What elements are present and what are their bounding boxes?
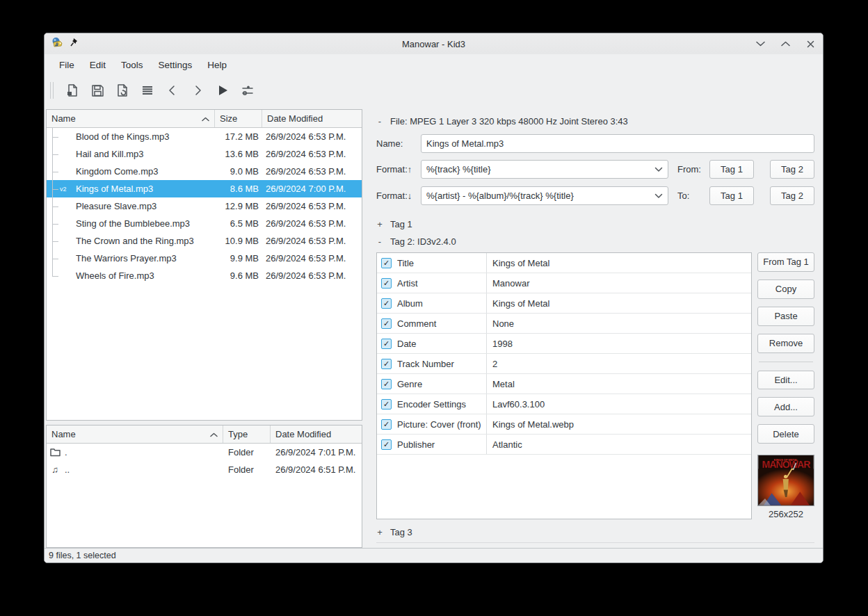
- format-up-label: Format:↑: [376, 164, 421, 175]
- frame-row: Publisher Atlantic: [377, 435, 751, 455]
- play-icon[interactable]: [212, 80, 233, 101]
- format-from-combobox[interactable]: %{track} %{title}: [421, 160, 668, 179]
- field-checkbox[interactable]: [381, 298, 392, 309]
- folder-row[interactable]: ♫ .. Folder 26/9/2024 6:51 P.M.: [47, 461, 362, 478]
- frame-value[interactable]: Metal: [487, 374, 751, 394]
- horizontal-splitter[interactable]: [362, 105, 368, 548]
- file-list: Name Size Date Modified Blood of the Kin…: [46, 109, 362, 421]
- field-checkbox[interactable]: [381, 339, 392, 349]
- field-checkbox[interactable]: [381, 399, 392, 410]
- frame-value[interactable]: Kings of Metal: [487, 293, 751, 313]
- filename-row: Name:: [376, 134, 814, 153]
- filename-input[interactable]: [421, 134, 814, 153]
- to-tag1-button[interactable]: Tag 1: [709, 186, 754, 205]
- frame-row: Comment None: [377, 314, 751, 334]
- tag1-section-header[interactable]: + Tag 1: [376, 216, 814, 233]
- sort-ascending-icon: [202, 113, 209, 124]
- frame-value[interactable]: Lavf60.3.100: [487, 394, 751, 414]
- column-header-size[interactable]: Size: [215, 110, 262, 127]
- main-area: Name Size Date Modified Blood of the Kin…: [45, 105, 823, 548]
- folder-row[interactable]: . Folder 26/9/2024 7:01 P.M.: [47, 444, 362, 461]
- field-checkbox[interactable]: [381, 439, 392, 450]
- frame-name: Album: [397, 298, 423, 309]
- copy-button[interactable]: Copy: [757, 279, 814, 299]
- column-header-name[interactable]: Name: [47, 425, 223, 443]
- from-tag2-button[interactable]: Tag 2: [770, 160, 814, 179]
- window-title: Manowar - Kid3: [45, 39, 823, 49]
- column-header-date[interactable]: Date Modified: [271, 425, 362, 443]
- frame-name: Title: [397, 258, 414, 268]
- menu-help[interactable]: Help: [201, 57, 233, 73]
- menu-edit[interactable]: Edit: [83, 57, 112, 73]
- remove-button[interactable]: Remove: [757, 334, 814, 353]
- file-row[interactable]: The Warriors Prayer.mp3 9.9 MB 26/9/2024…: [47, 250, 362, 267]
- menu-settings[interactable]: Settings: [152, 57, 199, 73]
- field-checkbox[interactable]: [381, 278, 392, 289]
- delete-button[interactable]: Delete: [757, 424, 814, 444]
- file-row[interactable]: Pleasure Slave.mp3 12.9 MB 26/9/2024 6:5…: [47, 197, 362, 215]
- previous-file-icon[interactable]: [162, 80, 183, 101]
- expand-indicator: +: [376, 527, 383, 537]
- revert-icon[interactable]: [112, 80, 133, 101]
- add-button[interactable]: Add...: [757, 397, 814, 416]
- column-header-name[interactable]: Name: [47, 110, 215, 127]
- paste-button[interactable]: Paste: [757, 307, 814, 326]
- tag2-section-header[interactable]: - Tag 2: ID3v2.4.0: [376, 233, 814, 250]
- field-checkbox[interactable]: [381, 258, 392, 268]
- field-checkbox[interactable]: [381, 318, 392, 329]
- folder-list-header: Name Type Date Modified: [47, 425, 362, 444]
- file-row-selected[interactable]: v2 Kings of Metal.mp3 8.6 MB 26/9/2024 7…: [47, 180, 362, 197]
- frame-value[interactable]: Atlantic: [487, 435, 751, 454]
- file-info-section-header[interactable]: - File: MPEG 1 Layer 3 320 kbps 48000 Hz…: [376, 113, 814, 129]
- frame-name: Publisher: [397, 439, 435, 450]
- from-tag1-button[interactable]: Tag 1: [709, 160, 754, 179]
- tag-details-pane: - File: MPEG 1 Layer 3 320 kbps 48000 Hz…: [368, 105, 823, 548]
- open-icon[interactable]: [62, 80, 83, 101]
- column-header-type[interactable]: Type: [223, 425, 271, 443]
- format-to-combobox[interactable]: %{artist} - %{album}/%{track} %{title}: [421, 186, 668, 205]
- album-cover-image[interactable]: KINGS OF METAL MANOWAR: [757, 455, 814, 506]
- close-button[interactable]: [805, 38, 816, 49]
- frame-value[interactable]: Kings of Metal.webp: [487, 414, 751, 434]
- file-row[interactable]: Wheels of Fire.mp3 9.6 MB 26/9/2024 6:53…: [47, 267, 362, 284]
- file-row[interactable]: Hail and Kill.mp3 13.6 MB 26/9/2024 6:53…: [47, 145, 362, 163]
- frame-value[interactable]: 1998: [487, 334, 751, 353]
- frame-row: Artist Manowar: [377, 273, 751, 293]
- menu-file[interactable]: File: [53, 57, 81, 73]
- maximize-button[interactable]: [780, 38, 791, 49]
- button-separator: [759, 362, 813, 362]
- toolbar: [45, 76, 823, 105]
- frame-value[interactable]: Manowar: [487, 273, 751, 293]
- file-row[interactable]: The Crown and the Ring.mp3 10.9 MB 26/9/…: [47, 232, 362, 250]
- pin-icon[interactable]: [70, 38, 79, 50]
- field-checkbox[interactable]: [381, 419, 392, 430]
- frame-name: Encoder Settings: [397, 399, 466, 410]
- field-checkbox[interactable]: [381, 359, 392, 369]
- collapse-indicator: -: [376, 236, 383, 247]
- from-label: From:: [668, 164, 709, 175]
- toolbar-drag-handle[interactable]: [50, 82, 54, 99]
- file-row[interactable]: Kingdom Come.mp3 9.0 MB 26/9/2024 6:53 P…: [47, 163, 362, 180]
- next-file-icon[interactable]: [187, 80, 208, 101]
- select-all-icon[interactable]: [137, 80, 158, 101]
- frame-name: Picture: Cover (front): [397, 419, 481, 430]
- from-tag-1-button[interactable]: From Tag 1: [757, 252, 814, 272]
- edit-button[interactable]: Edit...: [757, 371, 814, 390]
- column-header-date[interactable]: Date Modified: [262, 110, 362, 127]
- to-label: To:: [668, 191, 709, 201]
- frame-row: Genre Metal: [377, 374, 751, 394]
- menu-tools[interactable]: Tools: [115, 57, 150, 73]
- sliders-icon[interactable]: [237, 80, 258, 101]
- minimize-button[interactable]: [755, 38, 766, 49]
- frame-value[interactable]: Kings of Metal: [487, 253, 751, 273]
- file-row[interactable]: Sting of the Bumblebee.mp3 6.5 MB 26/9/2…: [47, 215, 362, 232]
- field-checkbox[interactable]: [381, 379, 392, 389]
- tag3-section-header[interactable]: + Tag 3: [376, 526, 814, 543]
- file-row[interactable]: Blood of the Kings.mp3 17.2 MB 26/9/2024…: [47, 128, 362, 145]
- to-tag2-button[interactable]: Tag 2: [770, 186, 814, 205]
- frame-value[interactable]: 2: [487, 354, 751, 373]
- titlebar[interactable]: Manowar - Kid3: [45, 33, 823, 54]
- tree-branch: [47, 197, 58, 215]
- frame-value[interactable]: None: [487, 314, 751, 333]
- save-icon[interactable]: [87, 80, 108, 101]
